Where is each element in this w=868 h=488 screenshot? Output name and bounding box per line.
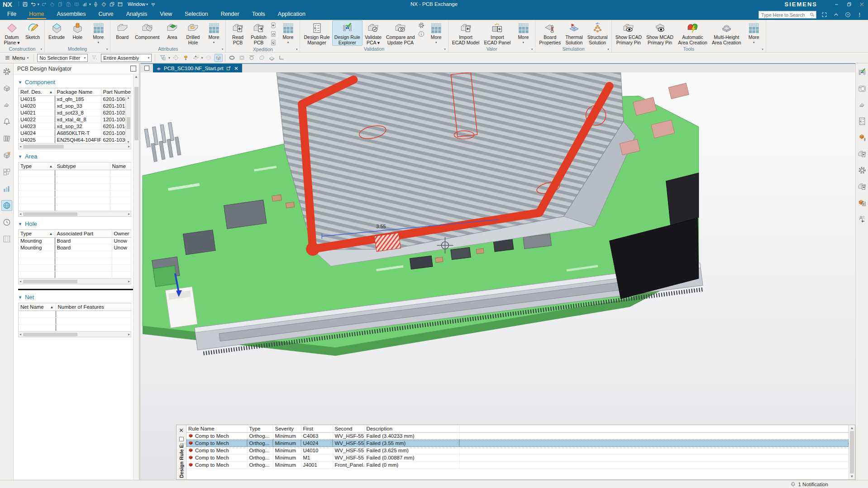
table-row[interactable]: U4015xd_qfn_1856201-1063 bbox=[19, 96, 131, 103]
selection-filter-dropdown[interactable]: No Selection Filter ▾ bbox=[37, 54, 88, 62]
menu-tab-analysis[interactable]: Analysis bbox=[120, 9, 154, 20]
group-launcher-icon[interactable]: ▾ bbox=[40, 48, 42, 51]
geom-circle-icon[interactable] bbox=[248, 54, 256, 62]
microphone-icon[interactable] bbox=[92, 1, 100, 8]
column-header[interactable]: First bbox=[301, 425, 333, 432]
column-header[interactable]: Number of Features bbox=[56, 303, 131, 311]
group-launcher-icon[interactable]: ▾ bbox=[296, 48, 298, 51]
cascade-window-icon[interactable] bbox=[109, 1, 116, 8]
save-icon[interactable] bbox=[22, 1, 29, 8]
chart-icon[interactable] bbox=[81, 1, 89, 8]
scope-dropdown[interactable]: Entire Assembly ▾ bbox=[101, 54, 152, 62]
maximize-panel-icon[interactable] bbox=[130, 66, 136, 72]
table-row[interactable] bbox=[19, 197, 131, 204]
ribbon-button-more[interactable]: More▾ bbox=[277, 20, 298, 44]
table-row[interactable] bbox=[19, 265, 131, 272]
rule-panel-close-icon[interactable] bbox=[179, 426, 184, 435]
ribbon-button-validate-pca[interactable]: Validate PCA ▾ bbox=[362, 20, 384, 46]
ribbon-button-more[interactable]: More▾ bbox=[513, 20, 534, 44]
column-header[interactable]: Description bbox=[364, 425, 459, 432]
info-icon[interactable] bbox=[417, 30, 426, 38]
menu-tab-application[interactable]: Application bbox=[272, 9, 312, 20]
column-header[interactable]: Type▲ bbox=[19, 230, 55, 238]
table-row[interactable] bbox=[19, 258, 131, 265]
ribbon-button-publish-pcb[interactable]: Publish PCB bbox=[248, 20, 269, 46]
checklist-icon[interactable] bbox=[857, 116, 868, 127]
menu-tab-view[interactable]: View bbox=[153, 9, 178, 20]
type-filter-icon[interactable] bbox=[158, 54, 167, 62]
ribbon-button-structural-solution[interactable]: Structural Solution bbox=[585, 20, 610, 46]
table-row[interactable] bbox=[19, 191, 131, 197]
board-export-icon[interactable] bbox=[857, 181, 868, 192]
table-hscrollbar[interactable]: ◂▸ bbox=[19, 331, 131, 337]
table-row[interactable] bbox=[19, 325, 131, 331]
help-icon[interactable]: ? bbox=[844, 11, 852, 19]
ribbon-button-multi-height-area-creation[interactable]: Multi-Height Area Creation bbox=[710, 20, 744, 46]
group-launcher-icon[interactable]: ▾ bbox=[607, 48, 609, 51]
page-import-icon[interactable] bbox=[269, 21, 277, 29]
float-panel-icon[interactable] bbox=[144, 66, 149, 71]
violation-row[interactable]: Comp to MechOrthog...MinimumC4063WV_HSF-… bbox=[186, 432, 849, 440]
navigator-scrollbar[interactable]: ▲ bbox=[133, 74, 139, 480]
group-launcher-icon[interactable]: ▾ bbox=[222, 48, 224, 51]
reuse-icon[interactable] bbox=[1, 167, 12, 177]
ribbon-button-design-rule-explorer[interactable]: Design Rule Explorer bbox=[332, 20, 362, 46]
ribbon-button-show-mcad-primary-pin[interactable]: Show MCAD Primary Pin bbox=[644, 20, 676, 46]
ribbon-button-show-ecad-primary-pin[interactable]: Show ECAD Primary Pin bbox=[613, 20, 644, 46]
page-return-icon[interactable] bbox=[269, 38, 277, 47]
close-button[interactable] bbox=[855, 0, 868, 8]
geom-face-icon[interactable] bbox=[258, 54, 266, 62]
gear-icon[interactable] bbox=[1, 66, 12, 77]
ribbon-button-design-rule-manager[interactable]: Design Rule Manager bbox=[301, 20, 332, 46]
menu-tab-tools[interactable]: Tools bbox=[246, 9, 272, 20]
ribbon-button-more[interactable]: More▾ bbox=[744, 20, 764, 44]
violation-row[interactable]: Comp to MechOrthog...MinimumU4010WV_HSF-… bbox=[186, 447, 849, 454]
violation-row[interactable]: Comp to MechOrthog...MinimumM1WV_HSF-55.… bbox=[186, 454, 849, 461]
table-row[interactable]: U4021xd_sot23_86201-1025 bbox=[19, 110, 131, 116]
column-header[interactable]: Name bbox=[110, 163, 131, 170]
books-icon[interactable] bbox=[1, 133, 12, 144]
section-header-component[interactable]: ▼Component bbox=[18, 79, 139, 86]
restore-button[interactable] bbox=[843, 0, 855, 8]
table-row[interactable] bbox=[19, 272, 131, 278]
ribbon-button-drilled-hole[interactable]: Drilled Hole bbox=[182, 20, 203, 46]
template-grid-icon[interactable] bbox=[1, 234, 12, 244]
geom-cylinder-icon[interactable] bbox=[238, 54, 246, 62]
ribbon-button-datum-plane[interactable]: Datum Plane ▾ bbox=[1, 20, 22, 46]
column-header[interactable]: Type bbox=[247, 425, 273, 432]
ribbon-button-area[interactable]: Area bbox=[162, 20, 182, 41]
search-input[interactable] bbox=[761, 12, 810, 18]
cube-import-icon[interactable] bbox=[857, 197, 868, 208]
alert-icon[interactable] bbox=[855, 11, 863, 19]
minimize-ribbon-icon[interactable] bbox=[832, 11, 840, 19]
reset-filter-icon[interactable] bbox=[90, 54, 99, 62]
rule-panel-scrollbar[interactable]: ▲▼ bbox=[849, 425, 855, 479]
document-tab[interactable]: PCB_SC100-NF_Start.prt bbox=[153, 64, 242, 72]
clamp-icon[interactable] bbox=[857, 100, 868, 110]
snap-point-icon[interactable] bbox=[181, 54, 190, 62]
ribbon-button-more[interactable]: More▾ bbox=[88, 20, 109, 44]
fullscreen-icon[interactable] bbox=[820, 11, 828, 19]
ribbon-button-component[interactable]: Component bbox=[133, 20, 162, 41]
menu-button[interactable]: Menu ▾ bbox=[3, 54, 30, 62]
table-hscrollbar[interactable]: ◂▸ bbox=[19, 211, 131, 216]
menu-tab-curve[interactable]: Curve bbox=[92, 9, 119, 20]
column-header[interactable]: Type▲ bbox=[19, 163, 55, 170]
section-header-area[interactable]: ▼Area bbox=[18, 153, 139, 160]
table-row[interactable]: MountingBoardUnow bbox=[19, 238, 131, 244]
table-hscrollbar[interactable]: ◂▸ bbox=[19, 278, 131, 284]
board-import-icon[interactable] bbox=[857, 148, 868, 159]
column-header[interactable]: Subtype bbox=[55, 163, 110, 170]
geom-torus-icon[interactable] bbox=[228, 54, 236, 62]
table-row[interactable]: U4022xd_xtal_4t_81201-1005 bbox=[19, 116, 131, 123]
column-header[interactable]: Package Name bbox=[55, 88, 101, 96]
violation-row[interactable]: Comp to MechOrthog...MinimumU4024WV_HSF-… bbox=[186, 440, 849, 447]
assembly-cube-icon[interactable] bbox=[1, 83, 12, 94]
undo-icon[interactable] bbox=[30, 1, 37, 8]
menu-tab-assemblies[interactable]: Assemblies bbox=[51, 9, 92, 20]
cylinder-view-icon[interactable] bbox=[857, 83, 868, 94]
bell-icon[interactable] bbox=[1, 116, 12, 127]
ribbon-button-sketch[interactable]: Sketch bbox=[22, 20, 43, 41]
page-update-icon[interactable] bbox=[269, 30, 277, 38]
column-header[interactable]: Owner bbox=[112, 230, 131, 238]
